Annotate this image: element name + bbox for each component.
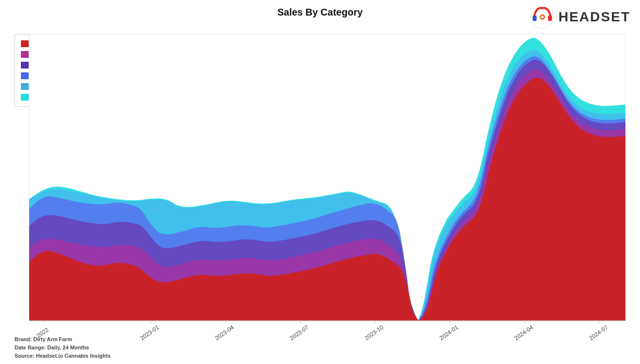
chart-container: Sales By Category HEADSET Beverage Conce… [0, 0, 640, 364]
date-range-value: Daily, 24 Months [47, 345, 89, 350]
svg-text:2023-10: 2023-10 [363, 324, 385, 342]
svg-text:2023-07: 2023-07 [289, 324, 310, 342]
footer-info: Brand: Dirty Arm Farm Date Range: Daily,… [15, 335, 110, 360]
brand-value: Dirty Arm Farm [34, 336, 72, 342]
date-range-label: Date Range: [15, 345, 46, 350]
source-label: Source: [15, 353, 35, 359]
logo-text: HEADSET [558, 9, 630, 25]
svg-text:2024-04: 2024-04 [513, 324, 535, 342]
svg-text:2023-04: 2023-04 [214, 324, 235, 342]
svg-text:2024-07: 2024-07 [588, 324, 609, 342]
svg-text:2024-01: 2024-01 [438, 324, 460, 342]
svg-rect-1 [533, 16, 536, 21]
svg-point-4 [541, 16, 544, 18]
source-value: Headset.io Cannabis Insights [36, 353, 110, 359]
chart-svg: 2022 2023-01 2023-04 2023-07 2023-10 202… [0, 24, 640, 355]
svg-rect-2 [548, 16, 552, 21]
svg-text:2023-01: 2023-01 [139, 324, 160, 342]
brand-label: Brand: [15, 336, 32, 342]
